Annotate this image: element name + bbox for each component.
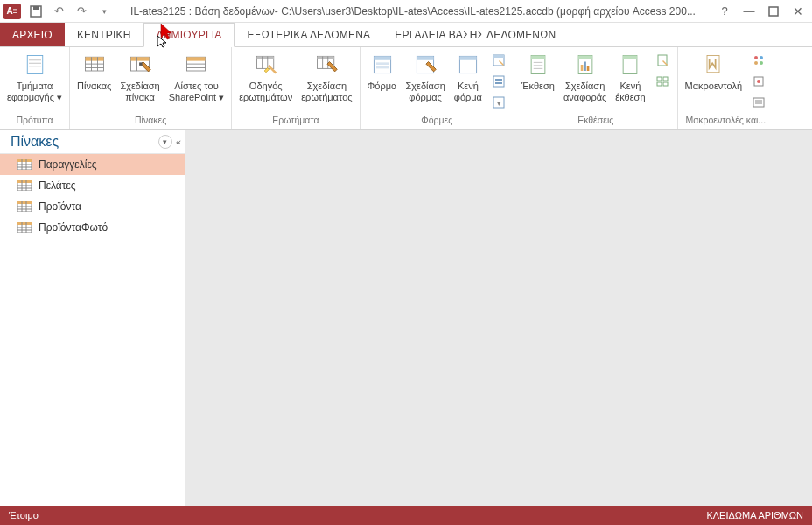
query-design-button[interactable]: Σχεδίαση ερωτήματος	[298, 49, 355, 105]
report-button[interactable]: Έκθεση	[518, 49, 558, 94]
table-button[interactable]: Πίνακας	[74, 49, 115, 94]
blank-form-label: Κενή φόρμα	[454, 80, 482, 103]
query-design-icon	[312, 51, 340, 79]
qat-menu-icon[interactable]: ▾	[96, 4, 112, 19]
svg-rect-88	[18, 180, 32, 183]
maximize-button[interactable]	[763, 3, 784, 20]
tab-external-data[interactable]: ΕΞΩΤΕΡΙΚΑ ΔΕΔΟΜΕΝΑ	[234, 23, 382, 46]
ribbon-group-tables-label: Πίνακες	[74, 115, 228, 129]
svg-rect-68	[663, 77, 668, 80]
nav-item-label: ΠροϊόνταΦωτό	[38, 221, 108, 234]
application-parts-button[interactable]: Τμήματα εφαρμογής ▾	[4, 49, 66, 105]
svg-rect-60	[580, 65, 583, 71]
tab-home[interactable]: ΚΕΝΤΡΙΚΗ	[65, 23, 144, 46]
svg-rect-82	[18, 159, 32, 162]
class-module-mini-button[interactable]	[749, 72, 768, 91]
nav-item-table[interactable]: ΠροϊόνταΦωτό	[0, 217, 185, 238]
close-button[interactable]: ✕	[788, 3, 808, 20]
svg-rect-67	[657, 77, 662, 80]
help-icon[interactable]: ?	[714, 3, 735, 20]
ribbon: Τμήματα εφαρμογής ▾ Πρότυπα Πίνακας Σχεδ…	[0, 47, 812, 130]
report-design-icon	[571, 51, 599, 79]
svg-rect-1	[33, 6, 38, 10]
labels-mini-button[interactable]	[653, 72, 672, 91]
svg-rect-48	[494, 76, 504, 87]
table-object-icon	[18, 180, 32, 191]
report-wizard-mini-button[interactable]	[653, 51, 672, 70]
undo-icon[interactable]: ↶	[51, 4, 66, 19]
report-design-button[interactable]: Σχεδίαση αναφοράς	[560, 49, 610, 105]
app-icon: A≡	[4, 4, 21, 19]
macro-button[interactable]: Μακροεντολή	[682, 49, 746, 94]
blank-report-button[interactable]: Κενή έκθεση	[612, 49, 648, 105]
status-bar: Έτοιμο ΚΛΕΙΔΩΜΑ ΑΡΙΘΜΩΝ	[0, 506, 812, 525]
form-wizard-mini-button[interactable]	[489, 51, 508, 70]
ribbon-group-macros: Μακροεντολή Μακροεντολές και...	[678, 47, 774, 129]
tab-database-tools[interactable]: ΕΡΓΑΛΕΙΑ ΒΑΣΗΣ ΔΕΔΟΜΕΝΩΝ	[382, 23, 568, 46]
redo-icon[interactable]: ↷	[74, 4, 89, 19]
tab-file[interactable]: ΑΡΧΕΙΟ	[0, 23, 65, 46]
svg-text:▾: ▾	[496, 99, 500, 108]
ribbon-group-templates: Τμήματα εφαρμογής ▾ Πρότυπα	[0, 47, 70, 129]
navigation-pane-collapse-icon[interactable]: «	[176, 136, 179, 147]
table-object-icon	[18, 201, 32, 212]
titlebar: A≡ ↶ ↷ ▾ IL-ates2125 : Βάση δεδομένων- C…	[0, 0, 812, 23]
svg-rect-54	[531, 56, 545, 60]
nav-item-table[interactable]: Πελάτες	[0, 175, 185, 196]
visual-basic-mini-button[interactable]	[749, 93, 768, 112]
minimize-button[interactable]: —	[738, 3, 760, 20]
svg-rect-10	[85, 57, 103, 60]
svg-point-75	[760, 61, 763, 65]
form-label: Φόρμα	[368, 80, 397, 92]
ribbon-group-queries: Οδηγός ερωτημάτων Σχεδίαση ερωτήματος Ερ…	[232, 47, 360, 129]
svg-rect-64	[624, 56, 638, 60]
blank-form-button[interactable]: Κενή φόρμα	[451, 49, 486, 105]
nav-item-table[interactable]: Προϊόντα	[0, 196, 185, 217]
document-area	[186, 130, 812, 506]
svg-rect-16	[131, 57, 150, 60]
table-object-icon	[18, 222, 32, 233]
status-right: ΚΛΕΙΔΩΜΑ ΑΡΙΘΜΩΝ	[706, 510, 803, 521]
form-design-button[interactable]: Σχεδίαση φόρμας	[402, 49, 448, 105]
save-icon[interactable]	[28, 4, 44, 19]
more-forms-mini-button[interactable]: ▾	[489, 93, 508, 112]
table-design-icon	[126, 51, 154, 79]
svg-point-74	[754, 61, 758, 65]
window-title: IL-ates2125 : Βάση δεδομένων- C:\Users\u…	[112, 5, 714, 18]
form-button[interactable]: Φόρμα	[364, 49, 401, 94]
nav-item-table[interactable]: Παραγγελίες	[0, 154, 185, 175]
status-left: Έτοιμο	[9, 510, 38, 521]
blank-form-icon	[454, 51, 482, 79]
svg-rect-20	[139, 62, 143, 66]
svg-rect-2	[769, 7, 778, 16]
query-wizard-button[interactable]: Οδηγός ερωτημάτων	[235, 49, 296, 105]
svg-point-77	[757, 80, 760, 83]
sharepoint-lists-icon	[182, 51, 210, 79]
svg-point-72	[754, 56, 758, 60]
svg-rect-26	[256, 56, 273, 60]
report-icon	[524, 51, 552, 79]
navigation-pane-dropdown-icon[interactable]: ▾	[158, 135, 172, 149]
quick-access-toolbar: ↶ ↷ ▾	[28, 4, 112, 19]
tab-create[interactable]: ΔΗΜΙΟΥΡΓΙΑ	[144, 23, 235, 47]
ribbon-group-macros-label: Μακροεντολές και...	[682, 115, 771, 129]
table-design-button[interactable]: Σχεδίαση πίνακα	[116, 49, 163, 105]
sharepoint-lists-button[interactable]: Λίστες του SharePoint ▾	[165, 49, 228, 105]
macro-label: Μακροεντολή	[685, 80, 743, 92]
query-wizard-icon	[252, 51, 280, 79]
svg-rect-5	[27, 56, 43, 74]
navigation-mini-button[interactable]	[489, 72, 508, 91]
svg-rect-94	[18, 201, 32, 204]
svg-point-73	[760, 56, 763, 60]
navigation-pane-title: Πίνακες	[10, 134, 59, 150]
navigation-pane-header[interactable]: Πίνακες ▾ «	[0, 130, 185, 154]
module-mini-button[interactable]	[749, 51, 768, 70]
sharepoint-lists-label: Λίστες του SharePoint ▾	[169, 80, 224, 103]
blank-report-label: Κενή έκθεση	[615, 80, 645, 103]
svg-rect-37	[374, 56, 390, 60]
ribbon-tabs: ΑΡΧΕΙΟ ΚΕΝΤΡΙΚΗ ΔΗΜΙΟΥΡΓΙΑ ΕΞΩΤΕΡΙΚΑ ΔΕΔ…	[0, 23, 812, 47]
table-icon	[80, 51, 108, 79]
report-design-label: Σχεδίαση αναφοράς	[564, 80, 606, 103]
ribbon-group-tables: Πίνακας Σχεδίαση πίνακα Λίστες του Share…	[70, 47, 232, 129]
svg-rect-41	[416, 56, 433, 60]
